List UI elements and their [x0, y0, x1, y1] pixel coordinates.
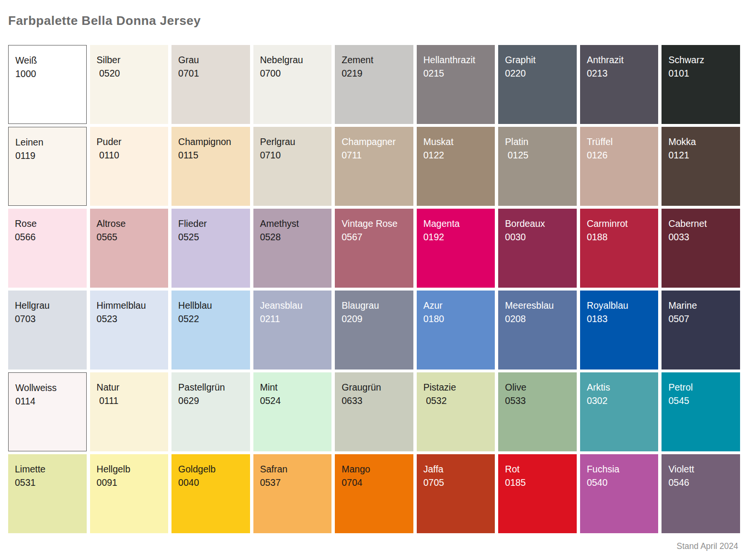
color-swatch: Muskat 0122 [417, 127, 495, 206]
color-swatch: Meeresblau 0208 [498, 291, 577, 370]
swatch-code: 0208 [505, 312, 572, 325]
color-swatch: Rot 0185 [498, 454, 577, 533]
swatch-code: 0101 [668, 67, 735, 80]
swatch-name: Himmelblau [97, 299, 164, 312]
swatch-name: Vintage Rose [342, 217, 409, 230]
color-swatch: Cabernet 0033 [662, 209, 740, 288]
swatch-name: Goldgelb [178, 462, 245, 476]
swatch-code: 0524 [260, 394, 327, 407]
color-swatch: Zement 0219 [335, 45, 413, 124]
swatch-code: 0040 [178, 476, 245, 489]
color-swatch: Pastellgrün 0629 [171, 372, 250, 451]
swatch-code: 0030 [505, 230, 572, 244]
color-swatch: Mango 0704 [335, 454, 413, 533]
swatch-code: 0705 [423, 476, 491, 489]
swatch-code: 0629 [178, 394, 245, 407]
color-swatch: Hellgrau 0703 [8, 291, 87, 370]
swatch-code: 0110 [97, 148, 164, 162]
swatch-name: Mint [260, 381, 327, 394]
color-swatch: Bordeaux 0030 [498, 209, 577, 288]
swatch-code: 0115 [178, 148, 245, 162]
color-swatch: Altrose 0565 [90, 209, 169, 288]
color-swatch: Leinen 0119 [8, 127, 87, 206]
color-swatch: Grau 0701 [171, 45, 250, 124]
swatch-name: Schwarz [668, 53, 735, 67]
swatch-code: 0633 [342, 394, 409, 407]
color-swatch: Platin 0125 [498, 127, 577, 206]
swatch-code: 0533 [505, 394, 572, 407]
swatch-code: 0033 [668, 230, 735, 244]
swatch-name: Weiß [15, 54, 81, 67]
color-swatch: Arktis 0302 [580, 372, 659, 451]
color-swatch: Olive 0533 [498, 372, 577, 451]
color-swatch: Petrol 0545 [662, 372, 740, 451]
color-swatch: Wollweiss 0114 [8, 372, 87, 451]
swatch-name: Flieder [178, 217, 245, 230]
palette-grid: Weiß 1000 Silber 0520 Grau 0701 Nebelgra… [8, 45, 740, 533]
swatch-name: Nebelgrau [260, 53, 327, 67]
swatch-name: Mokka [668, 135, 735, 148]
swatch-code: 0091 [97, 476, 164, 489]
swatch-code: 0209 [342, 312, 409, 325]
swatch-name: Perlgrau [260, 135, 327, 148]
color-swatch: Mint 0524 [253, 372, 332, 451]
swatch-name: Hellblau [178, 299, 245, 312]
swatch-code: 0520 [97, 67, 164, 80]
swatch-name: Mango [342, 462, 409, 476]
swatch-code: 0545 [668, 394, 735, 407]
color-swatch: Hellgelb 0091 [90, 454, 169, 533]
color-swatch: Himmelblau 0523 [90, 291, 169, 370]
swatch-code: 0531 [15, 476, 82, 489]
color-swatch: Azur 0180 [417, 291, 495, 370]
swatch-code: 0219 [342, 67, 409, 80]
swatch-name: Wollweiss [15, 381, 81, 394]
swatch-code: 0302 [587, 394, 654, 407]
swatch-name: Graphit [505, 53, 572, 67]
swatch-name: Cabernet [668, 217, 735, 230]
swatch-code: 0192 [423, 230, 491, 244]
swatch-code: 0567 [342, 230, 409, 244]
swatch-name: Fuchsia [587, 462, 654, 476]
color-swatch: Schwarz 0101 [662, 45, 740, 124]
color-swatch: Graphit 0220 [498, 45, 577, 124]
swatch-code: 0114 [15, 394, 81, 408]
swatch-code: 0711 [342, 148, 409, 162]
swatch-code: 0703 [15, 312, 82, 325]
swatch-name: Altrose [97, 217, 164, 230]
swatch-name: Royalblau [587, 299, 654, 312]
color-swatch: Flieder 0525 [171, 209, 250, 288]
swatch-code: 0540 [587, 476, 654, 489]
swatch-code: 0700 [260, 67, 327, 80]
color-swatch: Mokka 0121 [662, 127, 740, 206]
swatch-name: Rot [505, 462, 572, 476]
swatch-code: 0211 [260, 312, 327, 325]
swatch-name: Bordeaux [505, 217, 572, 230]
color-swatch: Anthrazit 0213 [580, 45, 659, 124]
swatch-name: Olive [505, 381, 572, 394]
color-swatch: Nebelgrau 0700 [253, 45, 332, 124]
swatch-name: Leinen [15, 135, 81, 149]
swatch-code: 0119 [15, 149, 81, 162]
swatch-name: Zement [342, 53, 409, 67]
color-swatch: Fuchsia 0540 [580, 454, 659, 533]
swatch-code: 0215 [423, 67, 491, 80]
color-swatch: Perlgrau 0710 [253, 127, 332, 206]
swatch-name: Puder [97, 135, 164, 148]
color-swatch: Weiß 1000 [8, 45, 87, 124]
footer-date: Stand April 2024 [677, 541, 738, 551]
swatch-code: 0528 [260, 230, 327, 244]
color-swatch: Rose 0566 [8, 209, 87, 288]
swatch-code: 0525 [178, 230, 245, 244]
swatch-code: 0710 [260, 148, 327, 162]
swatch-code: 0523 [97, 312, 164, 325]
swatch-name: Trüffel [587, 135, 654, 148]
swatch-name: Rose [15, 217, 82, 230]
color-swatch: Puder 0110 [90, 127, 169, 206]
swatch-name: Muskat [423, 135, 491, 148]
color-swatch: Graugrün 0633 [335, 372, 413, 451]
swatch-name: Carminrot [587, 217, 654, 230]
swatch-name: Natur [97, 381, 164, 394]
color-swatch: Champignon 0115 [171, 127, 250, 206]
swatch-code: 0704 [342, 476, 409, 489]
swatch-name: Platin [505, 135, 572, 148]
